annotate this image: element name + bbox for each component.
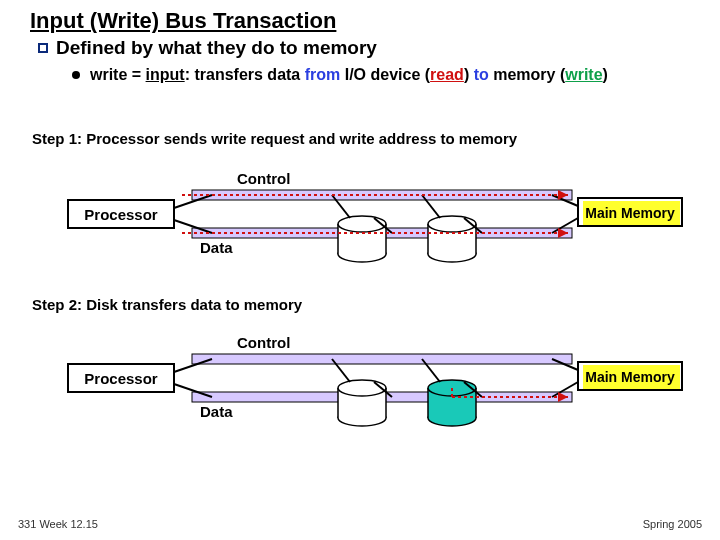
processor-label2: Processor — [84, 370, 158, 387]
square-bullet-icon — [38, 43, 48, 53]
memory-label2: Main Memory — [585, 369, 675, 385]
bullet-read: read — [430, 66, 464, 83]
bullet-part6: ) — [603, 66, 608, 83]
slide-title-wrap: Input (Write) Bus Transaction — [30, 8, 336, 34]
step2-label: Step 2: Disk transfers data to memory — [32, 296, 302, 313]
footer-left: 331 Week 12.15 — [18, 518, 98, 530]
disk-1b — [332, 359, 392, 426]
svg-point-18 — [338, 380, 386, 396]
bullet-to: to — [474, 66, 489, 83]
data-label: Data — [200, 239, 233, 256]
control-bus2 — [192, 354, 572, 364]
svg-point-11 — [428, 216, 476, 232]
bullet-part5: memory ( — [489, 66, 565, 83]
diagram-step2-svg: Control Data Processor Main Memory — [32, 322, 688, 432]
bullet-part1: write = — [90, 66, 146, 83]
bullet-text: write = input: transfers data from I/O d… — [90, 65, 608, 85]
bullet-from: from — [305, 66, 341, 83]
bullet-write: write — [565, 66, 602, 83]
bullet-part2: : transfers data — [185, 66, 305, 83]
step1-label: Step 1: Processor sends write request an… — [32, 130, 517, 147]
dot-bullet-icon — [72, 71, 80, 79]
disk-2 — [422, 195, 482, 262]
memory-label: Main Memory — [585, 205, 675, 221]
disk-1 — [332, 195, 392, 262]
diagram-step2: Control Data Processor Main Memory — [32, 322, 688, 432]
subheading-row: Defined by what they do to memory — [38, 37, 377, 59]
bullet-input: input — [146, 66, 185, 83]
data-label2: Data — [200, 403, 233, 420]
svg-point-4 — [338, 216, 386, 232]
control-label: Control — [237, 170, 290, 187]
bullet-part4: ) — [464, 66, 474, 83]
bullet-part3: I/O device ( — [340, 66, 430, 83]
diagram-step1: Control Data Processor Main Memory — [32, 158, 688, 268]
disk-2b-active — [422, 359, 482, 426]
diagram-step1-svg: Control Data Processor Main Memory — [32, 158, 688, 268]
control-label2: Control — [237, 334, 290, 351]
subheading: Defined by what they do to memory — [56, 37, 377, 59]
footer-right: Spring 2005 — [643, 518, 702, 530]
bullet-row: write = input: transfers data from I/O d… — [72, 65, 680, 85]
processor-label: Processor — [84, 206, 158, 223]
slide-title: Input (Write) Bus Transaction — [30, 8, 336, 33]
